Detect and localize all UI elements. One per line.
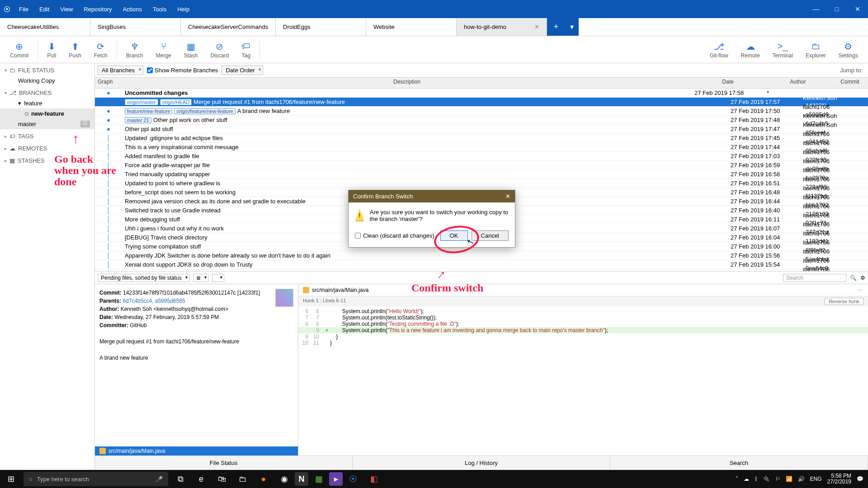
cancel-button[interactable]: Cancel (472, 230, 509, 241)
col-date[interactable]: Date (692, 78, 764, 88)
commit-row[interactable]: ●Uncommitted changes27 Feb 2019 17:58* (95, 89, 868, 98)
gear-icon[interactable]: ⚙ (860, 275, 865, 281)
explorer-button[interactable]: 🗀Explorer (799, 41, 832, 59)
push-button[interactable]: ⬆Push (62, 41, 87, 59)
commit-button[interactable]: ⊕Commit (4, 41, 35, 59)
more-icon[interactable]: ⋯ (857, 287, 863, 293)
menu-tools[interactable]: Tools (147, 6, 172, 13)
sidebar-section-file-status[interactable]: ▾🗀 FILE STATUS (0, 63, 94, 75)
close-button[interactable]: ✕ (847, 0, 868, 18)
commit-row[interactable]: │Updated to point to where gradlew is27 … (95, 179, 868, 188)
maximize-button[interactable]: □ (826, 0, 847, 18)
detail-tab[interactable]: Log / History (353, 456, 610, 470)
tab-dropdown[interactable]: ▾ (565, 18, 579, 36)
notifications-icon[interactable]: 💬 (857, 476, 863, 482)
close-icon[interactable]: ✕ (534, 23, 539, 30)
menu-help[interactable]: Help (172, 6, 195, 13)
add-tab-button[interactable]: + (547, 18, 565, 36)
pending-files-dropdown[interactable]: Pending files, sorted by file status (98, 274, 189, 282)
commit-row[interactable]: │Tried manually updating wrapper27 Feb 2… (95, 170, 868, 179)
col-commit[interactable]: Commit (832, 78, 868, 88)
col-graph[interactable]: Graph (95, 78, 122, 88)
menu-edit[interactable]: Edit (34, 6, 55, 13)
merge-button[interactable]: ⑂Merge (150, 41, 178, 59)
commit-row[interactable]: │This is a very inspirational commit mes… (95, 143, 868, 152)
sidebar-item-master[interactable]: master21 (0, 119, 94, 129)
repo-tab[interactable]: CheesecakeServerCommands (181, 18, 276, 36)
bluetooth-icon[interactable]: ᛒ (755, 476, 758, 482)
close-icon[interactable]: ✕ (505, 193, 510, 200)
commit-row[interactable]: │Updated .gitignore to add eclipse files… (95, 134, 868, 143)
search-icon[interactable]: 🔍 (850, 275, 857, 281)
file-row[interactable]: src/main/java/Main.java (95, 446, 298, 455)
menu-file[interactable]: File (14, 6, 34, 13)
pull-button[interactable]: ⬇Pull (41, 41, 62, 59)
firefox-icon[interactable]: ● (253, 470, 274, 488)
remote-button[interactable]: ☁Remote (735, 41, 766, 59)
view-mode-dropdown[interactable]: ≣ (193, 274, 208, 282)
sidebar-item-new-feature[interactable]: new-feature (0, 108, 94, 119)
clock[interactable]: 5:58 PM27/2/2019 (827, 473, 851, 485)
sidebar-item-working-copy[interactable]: Working Copy (0, 75, 94, 86)
app-icon[interactable]: ◧ (363, 470, 384, 488)
commit-row[interactable]: ●Other ppl add stuff27 Feb 2019 17:47Ken… (95, 125, 868, 134)
language-indicator[interactable]: ENG (810, 476, 822, 482)
store-icon[interactable]: 🛍 (212, 470, 232, 488)
commit-row[interactable]: │Force add gradle-wrapper jar file27 Feb… (95, 161, 868, 170)
sidebar-section-remotes[interactable]: ▸☁ REMOTES (0, 141, 94, 154)
mic-icon[interactable]: 🎤 (156, 476, 163, 483)
clean-checkbox[interactable]: Clean (discard all changes) (355, 232, 434, 239)
taskbar-search-input[interactable]: ○ Type here to search🎤 (24, 472, 168, 486)
discard-button[interactable]: ⊘Discard (204, 41, 235, 59)
col-description[interactable]: Description (122, 78, 692, 88)
detail-tab[interactable]: File Status (95, 456, 353, 470)
repo-tab[interactable]: SingBuses (90, 18, 181, 36)
commit-row[interactable]: │Added manifest to gradle file27 Feb 201… (95, 152, 868, 161)
branch-filter-dropdown[interactable]: All Branches (98, 66, 143, 75)
notion-icon[interactable]: N (295, 472, 308, 486)
sort-dropdown[interactable] (212, 274, 224, 282)
explorer-icon[interactable]: 🗀 (232, 470, 253, 488)
sidebar-item-feature[interactable]: ▾feature (0, 98, 94, 108)
order-dropdown[interactable]: Date Order (222, 66, 263, 75)
branch-button[interactable]: ♆Branch (120, 41, 150, 59)
repo-tab[interactable]: Website (366, 18, 457, 36)
sidebar-section-tags[interactable]: ▸🏷 TAGS (0, 129, 94, 141)
sourcetree-icon[interactable]: ⦿ (343, 470, 363, 488)
stash-button[interactable]: ▦Stash (178, 41, 204, 59)
show-remote-checkbox[interactable]: Show Remote Branches (147, 67, 218, 74)
commit-row[interactable]: ●feature/new-featureorigin/feature/new-f… (95, 107, 868, 116)
sidebar-section-stashes[interactable]: ▸▦ STASHES (0, 154, 94, 166)
ok-button[interactable]: OK (440, 230, 468, 241)
settings-button[interactable]: ⚙Settings (832, 41, 864, 59)
commit-row[interactable]: ●master 21Other ppl work on other stuff2… (95, 116, 868, 125)
menu-view[interactable]: View (55, 6, 78, 13)
twitch-icon[interactable]: ▸ (329, 472, 343, 486)
power-icon[interactable]: 🔌 (763, 476, 770, 482)
minecraft-icon[interactable]: ▦ (308, 470, 329, 488)
security-icon[interactable]: ⚐ (775, 476, 780, 482)
git-flow-button[interactable]: ⎇Git-flow (703, 41, 735, 59)
commit-row[interactable]: ●origin/masterorigin/HEADMerge pull requ… (95, 98, 868, 107)
tag-button[interactable]: 🏷Tag (235, 41, 257, 59)
tray-chevron-icon[interactable]: ˄ (736, 476, 738, 482)
col-author[interactable]: Author (764, 78, 832, 88)
start-button[interactable]: ⊞ (0, 470, 22, 488)
edge-icon[interactable]: e (191, 470, 212, 488)
chrome-icon[interactable]: ◉ (274, 470, 295, 488)
diff-code[interactable]: 66 System.out.println("Hello World!");77… (298, 306, 868, 348)
minimize-button[interactable]: — (806, 0, 826, 18)
reverse-hunk-button[interactable]: Reverse hunk (825, 298, 863, 305)
commit-row[interactable]: │Apparently JDK Switcher is done before … (95, 251, 868, 260)
repo-tab[interactable]: DroidEggs (276, 18, 366, 36)
volume-icon[interactable]: 🔊 (798, 476, 805, 482)
onedrive-icon[interactable]: ☁ (744, 476, 749, 482)
wifi-icon[interactable]: 📶 (786, 476, 793, 482)
fetch-button[interactable]: ⟳Fetch (88, 41, 114, 59)
repo-tab[interactable]: CheesecakeUtilities (0, 18, 90, 36)
task-view-icon[interactable]: ⧉ (170, 470, 191, 488)
menu-repository[interactable]: Repository (78, 6, 117, 13)
terminal-button[interactable]: >_Terminal (766, 41, 799, 59)
sidebar-section-branches[interactable]: ▾⎇ BRANCHES (0, 86, 94, 98)
commit-row[interactable]: │Xenial dont support JDK8 so drop down t… (95, 260, 868, 269)
